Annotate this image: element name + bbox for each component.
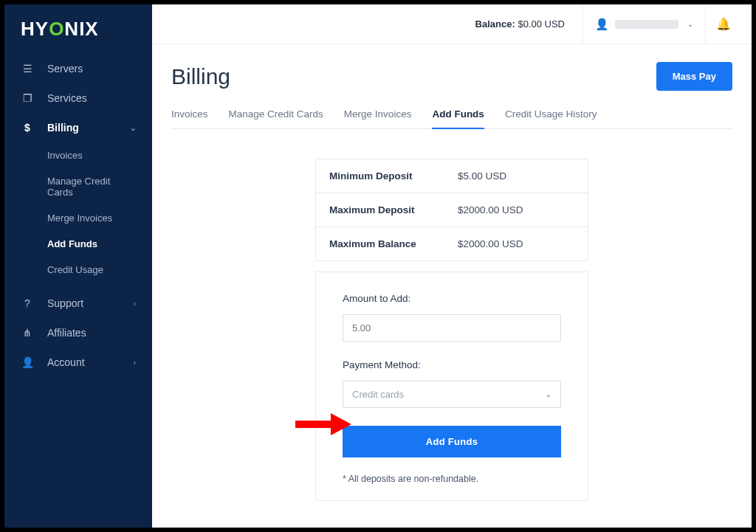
subnav-invoices[interactable]: Invoices <box>4 142 152 168</box>
limit-value: $2000.00 USD <box>458 204 574 215</box>
balance-display: Balance: $0.00 USD <box>475 18 565 30</box>
subnav-merge-invoices[interactable]: Merge Invoices <box>4 205 152 231</box>
user-menu[interactable]: 👤 ⌄ <box>583 4 706 44</box>
sidebar-item-account[interactable]: 👤 Account › <box>4 348 152 377</box>
subnav-add-funds[interactable]: Add Funds <box>4 231 152 257</box>
panel-wrap: Minimum Deposit $5.00 USD Maximum Deposi… <box>171 129 732 501</box>
payment-method-label: Payment Method: <box>343 359 561 370</box>
sidebar-item-label: Billing <box>47 122 79 134</box>
brand-logo: HYONIX <box>4 18 152 54</box>
chevron-down-icon: ⌄ <box>545 390 551 399</box>
subnav-manage-cc[interactable]: Manage Credit Cards <box>4 168 152 205</box>
limit-row: Minimum Deposit $5.00 USD <box>316 159 588 193</box>
billing-submenu: Invoices Manage Credit Cards Merge Invoi… <box>4 142 152 289</box>
limit-label: Maximum Deposit <box>329 204 458 215</box>
main: Balance: $0.00 USD 👤 ⌄ 🔔 Billing Mass Pa… <box>152 4 752 528</box>
bell-icon: 🔔 <box>716 18 731 30</box>
tab-invoices[interactable]: Invoices <box>171 104 208 128</box>
select-value: Credit cards <box>352 389 404 400</box>
limit-value: $2000.00 USD <box>458 238 574 249</box>
page-header: Billing Mass Pay <box>171 62 732 91</box>
chevron-down-icon: ⌄ <box>130 124 136 132</box>
mass-pay-button[interactable]: Mass Pay <box>656 62 732 91</box>
sidebar-item-affiliates[interactable]: ⋔ Affiliates <box>4 318 152 348</box>
servers-icon: ☰ <box>21 63 34 75</box>
sidebar-item-servers[interactable]: ☰ Servers <box>4 54 152 83</box>
user-name-placeholder <box>615 20 678 29</box>
chevron-right-icon: › <box>134 300 136 308</box>
limit-label: Minimum Deposit <box>329 170 458 182</box>
limit-row: Maximum Balance $2000.00 USD <box>316 227 588 260</box>
subnav-credit-usage[interactable]: Credit Usage <box>4 257 152 283</box>
box-icon: ❒ <box>21 92 34 104</box>
tab-merge-invoices[interactable]: Merge Invoices <box>344 104 412 128</box>
refund-note: * All deposits are non-refundable. <box>343 474 561 484</box>
limit-label: Maximum Balance <box>329 238 458 249</box>
dollar-icon: $ <box>21 122 34 134</box>
tab-add-funds[interactable]: Add Funds <box>432 104 484 128</box>
payment-method-select[interactable]: Credit cards ⌄ <box>343 381 561 408</box>
tabs: Invoices Manage Credit Cards Merge Invoi… <box>171 104 732 129</box>
tab-credit-usage-history[interactable]: Credit Usage History <box>505 104 597 128</box>
tab-manage-cc[interactable]: Manage Credit Cards <box>229 104 323 128</box>
notifications-button[interactable]: 🔔 <box>706 17 741 31</box>
limit-value: $5.00 USD <box>458 170 574 182</box>
chevron-right-icon: › <box>134 359 136 367</box>
topbar: Balance: $0.00 USD 👤 ⌄ 🔔 <box>152 4 752 44</box>
sidebar: HYONIX ☰ Servers ❒ Services $ Billing ⌄ … <box>4 4 152 528</box>
page-title: Billing <box>171 64 230 89</box>
sidebar-item-billing[interactable]: $ Billing ⌄ <box>4 113 152 142</box>
content: Billing Mass Pay Invoices Manage Credit … <box>152 44 752 528</box>
sidebar-item-label: Account <box>47 356 85 368</box>
sidebar-item-label: Support <box>47 297 83 309</box>
help-icon: ? <box>21 297 34 309</box>
limit-row: Maximum Deposit $2000.00 USD <box>316 193 588 227</box>
chevron-down-icon: ⌄ <box>687 20 693 28</box>
avatar-icon: 👤 <box>595 18 609 31</box>
user-icon: 👤 <box>21 356 34 368</box>
sidebar-item-support[interactable]: ? Support › <box>4 289 152 318</box>
share-icon: ⋔ <box>21 327 34 339</box>
add-funds-button[interactable]: Add Funds <box>343 426 561 457</box>
add-funds-form: Amount to Add: Payment Method: Credit ca… <box>315 272 588 501</box>
amount-input[interactable] <box>343 314 561 342</box>
sidebar-item-label: Services <box>47 92 87 104</box>
sidebar-item-label: Servers <box>47 63 83 75</box>
sidebar-item-services[interactable]: ❒ Services <box>4 83 152 113</box>
amount-label: Amount to Add: <box>343 293 561 304</box>
sidebar-item-label: Affiliates <box>47 327 86 339</box>
limits-table: Minimum Deposit $5.00 USD Maximum Deposi… <box>315 159 588 261</box>
